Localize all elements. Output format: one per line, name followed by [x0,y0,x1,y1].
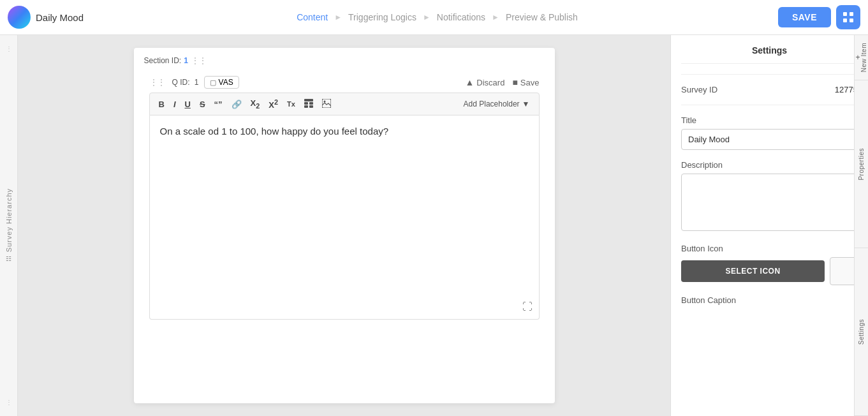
button-icon-row: SELECT ICON [681,257,858,285]
settings-panel: Settings Survey ID 12775 Title Descripti… [671,35,868,416]
nav-steps: Content ► Triggering Logics ► Notificati… [101,12,773,22]
title-input[interactable] [681,129,858,150]
discard-icon: ▲ [465,77,474,87]
italic-button[interactable]: I [170,97,180,112]
grid-icon-button[interactable] [836,5,860,29]
grid-icon [842,11,854,23]
center-canvas: Section ID: 1 ⋮⋮ ⋮⋮ Q ID: 1 ▢ [18,35,670,416]
svg-rect-7 [304,105,308,108]
sidebar-hierarchy-label: ☷ Survey Hierarchy [5,188,13,262]
side-tabs: + New Item Properties Settings [854,35,868,416]
survey-container: Section ID: 1 ⋮⋮ ⋮⋮ Q ID: 1 ▢ [134,48,555,403]
superscript-button[interactable]: X2 [265,96,282,112]
description-textarea[interactable] [681,174,858,231]
image-button[interactable] [318,96,335,112]
description-form-group: Description [681,160,858,234]
survey-id-row: Survey ID 12775 [681,85,858,94]
question-save-button[interactable]: ■ Save [512,77,539,87]
settings-panel-title: Settings [681,45,858,64]
question-header: ⋮⋮ Q ID: 1 ▢ VAS ▲ Discard [149,76,540,89]
title-label: Title [681,115,858,125]
question-id-row: ⋮⋮ Q ID: 1 ▢ VAS [149,76,239,89]
svg-rect-0 [843,12,847,16]
table-button[interactable] [300,96,317,112]
subscript-button[interactable]: X2 [247,96,264,112]
section-label: Section ID: 1 ⋮⋮ [134,48,555,71]
question-text: On a scale od 1 to 100, how happy do you… [160,126,389,137]
section-id-value: 1 [184,56,188,65]
button-icon-form-group: Button Icon SELECT ICON [681,244,858,285]
settings-divider-1 [681,74,858,75]
expand-button[interactable]: ⛶ [522,301,533,313]
step-arrow-1: ► [334,13,342,22]
section-id-text: Section ID: [144,56,182,65]
top-nav: Daily Mood Content ► Triggering Logics ►… [0,0,868,35]
sidebar-icon: ☷ [5,255,12,263]
app-logo [8,6,31,29]
svg-rect-2 [843,19,847,22]
link-button[interactable]: 🔗 [228,97,246,112]
button-icon-label: Button Icon [681,244,858,253]
image-icon [322,99,331,108]
svg-rect-3 [850,19,853,22]
table-icon [304,99,313,108]
quote-button[interactable]: “” [210,97,226,112]
title-form-group: Title [681,115,858,150]
rich-text-editor: B I U S “” 🔗 X2 X2 Tx [149,93,540,320]
new-item-label: New Item [860,43,867,72]
question-block: ⋮⋮ Q ID: 1 ▢ VAS ▲ Discard [134,71,555,335]
rte-content-area[interactable]: On a scale od 1 to 100, how happy do you… [149,115,540,320]
svg-rect-4 [304,99,313,101]
svg-rect-6 [309,102,313,105]
settings-side-tab[interactable]: Settings [855,248,868,416]
svg-point-10 [323,100,325,102]
svg-rect-1 [850,12,853,16]
q-id-label: Q ID: 1 [172,78,199,87]
svg-rect-5 [304,102,308,105]
survey-id-label: Survey ID [681,85,717,94]
step-preview[interactable]: Preview & Publish [506,12,578,22]
app-title: Daily Mood [36,12,84,23]
question-drag-handle[interactable]: ⋮⋮ [149,77,165,87]
step-triggering[interactable]: Triggering Logics [348,12,416,22]
settings-divider-2 [681,105,858,105]
bold-button[interactable]: B [155,97,168,112]
section-drag-handle[interactable]: ⋮⋮ [191,56,206,66]
svg-rect-8 [309,105,313,108]
description-label: Description [681,160,858,170]
strikethrough-button[interactable]: S [196,97,209,112]
properties-tab[interactable]: Properties [855,80,868,248]
save-icon: ■ [512,77,517,87]
q-id-value: 1 [195,78,199,87]
right-panel: Settings Survey ID 12775 Title Descripti… [670,35,868,416]
step-notifications[interactable]: Notifications [437,12,485,22]
drag-handle-bottom[interactable]: ⋮ [6,399,11,406]
main-layout: ☷ Survey Hierarchy ⋮ ⋮ Section ID: 1 ⋮⋮ … [0,35,868,416]
step-arrow-3: ► [492,13,499,22]
nav-right: SAVE [778,5,860,29]
new-item-tab[interactable]: + New Item [855,35,868,80]
underline-button[interactable]: U [181,97,195,112]
properties-label: Properties [858,148,865,181]
step-arrow-2: ► [423,13,430,22]
add-placeholder-button[interactable]: Add Placeholder ▼ [460,97,534,111]
drag-handle-top[interactable]: ⋮ [6,45,11,52]
step-content[interactable]: Content [297,12,328,22]
button-caption-label: Button Caption [681,295,858,305]
select-icon-button[interactable]: SELECT ICON [681,260,825,282]
discard-button[interactable]: ▲ Discard [465,77,504,87]
rte-toolbar: B I U S “” 🔗 X2 X2 Tx [149,93,540,115]
svg-rect-9 [322,99,331,108]
settings-side-label: Settings [858,319,865,345]
left-sidebar: ☷ Survey Hierarchy ⋮ ⋮ [0,35,18,416]
button-caption-form-group: Button Caption [681,295,858,305]
question-actions: ▲ Discard ■ Save [465,77,539,87]
dropdown-arrow-icon: ▼ [522,100,530,108]
q-type-button[interactable]: ▢ VAS [204,76,239,89]
save-button[interactable]: SAVE [778,7,831,27]
q-type-label: VAS [219,78,233,87]
q-type-expand-icon: ▢ [210,78,216,87]
clearformat-button[interactable]: Tx [283,98,299,110]
